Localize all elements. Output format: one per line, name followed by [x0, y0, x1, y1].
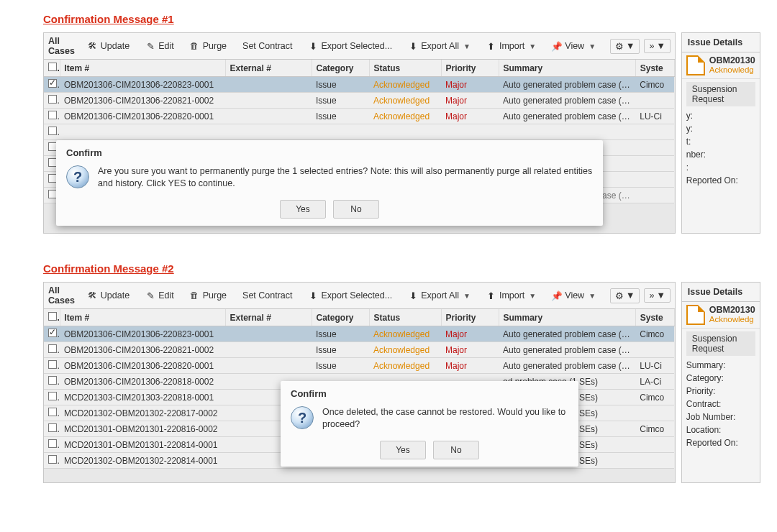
row-checkbox[interactable] [48, 392, 57, 400]
page-icon [686, 305, 705, 325]
export-icon: ⬇ [309, 290, 319, 301]
row-checkbox[interactable] [48, 439, 57, 448]
table-row[interactable]: OBM201306-CIM201306-220820-0001IssueAckn… [44, 109, 674, 124]
row-checkbox[interactable] [48, 95, 57, 104]
col-status[interactable]: Status [369, 60, 441, 77]
cell [635, 124, 674, 140]
row-checkbox[interactable] [48, 344, 57, 353]
table-row[interactable]: OBM201306-CIM201306-220821-0002IssueAckn… [44, 342, 674, 358]
cell [225, 124, 312, 140]
cell [44, 453, 60, 469]
caret-down-icon: ▼ [589, 292, 596, 300]
col-category[interactable]: Category [312, 309, 369, 326]
cell [44, 405, 60, 421]
row-checkbox[interactable] [48, 329, 57, 337]
update-label: Update [101, 290, 130, 301]
details-job-number-label: Job Number: [682, 411, 760, 423]
cell: OBM201306-CIM201306-220821-0002 [60, 93, 225, 109]
pin-icon: 📌 [552, 290, 562, 301]
col-checkbox[interactable] [44, 60, 60, 77]
row-checkbox[interactable] [48, 360, 57, 369]
view-button[interactable]: 📌View▼ [546, 38, 601, 54]
table-row[interactable]: OBM201306-CIM201306-220820-0001IssueAckn… [44, 358, 674, 374]
col-checkbox[interactable] [44, 309, 60, 326]
row-checkbox[interactable] [48, 79, 57, 88]
col-status[interactable]: Status [369, 309, 441, 326]
row-checkbox[interactable] [48, 423, 57, 432]
row-checkbox[interactable] [48, 408, 57, 416]
export-selected-label: Export Selected... [322, 41, 393, 51]
details-summary-label: Summary: [682, 359, 760, 372]
dialog-message: Are you sure you want to permanently pur… [98, 165, 593, 190]
export-selected-button[interactable]: ⬇Export Selected... [303, 38, 399, 54]
col-category[interactable]: Category [312, 60, 369, 77]
settings-button[interactable]: ⚙▼ [610, 288, 640, 303]
section-heading-1: Confirmation Message #1 [43, 13, 734, 25]
edit-button[interactable]: ✎Edit [140, 288, 180, 303]
yes-button[interactable]: Yes [280, 200, 326, 219]
cell [44, 124, 60, 140]
import-label: Import [499, 290, 524, 301]
more-button[interactable]: »▼ [644, 288, 670, 303]
col-summary[interactable]: Summary [499, 60, 635, 77]
table-row[interactable]: OBM201306-CIM201306-220821-0002IssueAckn… [44, 93, 674, 109]
confirm-dialog: Confirm ? Once deleted, the case cannot … [281, 381, 578, 467]
cell [635, 93, 674, 109]
col-priority[interactable]: Priority [441, 309, 499, 326]
trash-icon: 🗑 [190, 290, 200, 301]
update-button[interactable]: 🛠Update [82, 288, 135, 303]
table-row[interactable]: OBM201306-CIM201306-220823-0001IssueAckn… [44, 77, 674, 93]
settings-button[interactable]: ⚙▼ [610, 39, 640, 54]
cell [499, 124, 635, 140]
set-contract-button[interactable]: Set Contract [237, 38, 298, 54]
export-all-button[interactable]: ⬇Export All▼ [402, 38, 476, 54]
details-item-status: Acknowledg [709, 65, 755, 74]
dialog-title: Confirm [291, 388, 568, 399]
details-location-label: Location: [682, 423, 760, 436]
gear-icon: ⚙ [615, 41, 624, 52]
set-contract-button[interactable]: Set Contract [237, 288, 298, 303]
export-selected-button[interactable]: ⬇Export Selected... [303, 288, 399, 303]
update-button[interactable]: 🛠Update [82, 38, 135, 54]
cell [225, 358, 312, 374]
yes-button[interactable]: Yes [380, 441, 426, 459]
import-button[interactable]: ⬆Import▼ [481, 288, 542, 303]
purge-button[interactable]: 🗑Purge [184, 288, 232, 303]
dialog-message: Once deleted, the case cannot be restore… [322, 406, 568, 431]
table-header-row: Item # External # Category Status Priori… [44, 60, 674, 77]
more-button[interactable]: »▼ [644, 39, 670, 53]
import-button[interactable]: ⬆Import▼ [481, 38, 542, 54]
row-checkbox[interactable] [48, 111, 57, 119]
row-checkbox[interactable] [48, 455, 57, 464]
col-external[interactable]: External # [225, 60, 312, 77]
view-button[interactable]: 📌View▼ [546, 288, 601, 303]
edit-icon: ✎ [145, 41, 155, 51]
table-row[interactable]: OBM201306-CIM201306-220823-0001IssueAckn… [44, 326, 674, 342]
col-system[interactable]: Syste [635, 60, 674, 77]
col-summary[interactable]: Summary [499, 309, 635, 326]
col-system[interactable]: Syste [635, 309, 674, 326]
details-item-header: OBM20130 Acknowledg [682, 302, 760, 329]
details-priority-label: Priority: [682, 385, 760, 398]
cell: Auto generated problem case (1 SEs) [499, 358, 635, 374]
row-checkbox[interactable] [48, 127, 57, 135]
col-external[interactable]: External # [225, 309, 312, 326]
row-checkbox[interactable] [48, 376, 57, 385]
col-item[interactable]: Item # [60, 60, 225, 77]
cell [635, 405, 674, 421]
details-reported-on-label: Reported On: [682, 436, 760, 449]
cell: OBM201306-CIM201306-220821-0002 [60, 342, 225, 358]
cell [44, 358, 60, 374]
edit-button[interactable]: ✎Edit [140, 38, 180, 54]
export-all-button[interactable]: ⬇Export All▼ [402, 288, 476, 303]
purge-button[interactable]: 🗑Purge [184, 38, 232, 54]
col-item[interactable]: Item # [60, 309, 225, 326]
col-priority[interactable]: Priority [441, 60, 499, 77]
cell: LU-Ci [635, 358, 674, 374]
table-row[interactable] [44, 124, 674, 140]
no-button[interactable]: No [433, 441, 479, 459]
cell [60, 124, 225, 140]
cell: Major [441, 326, 499, 342]
no-button[interactable]: No [333, 200, 379, 219]
details-item-code: OBM20130 [709, 305, 755, 315]
